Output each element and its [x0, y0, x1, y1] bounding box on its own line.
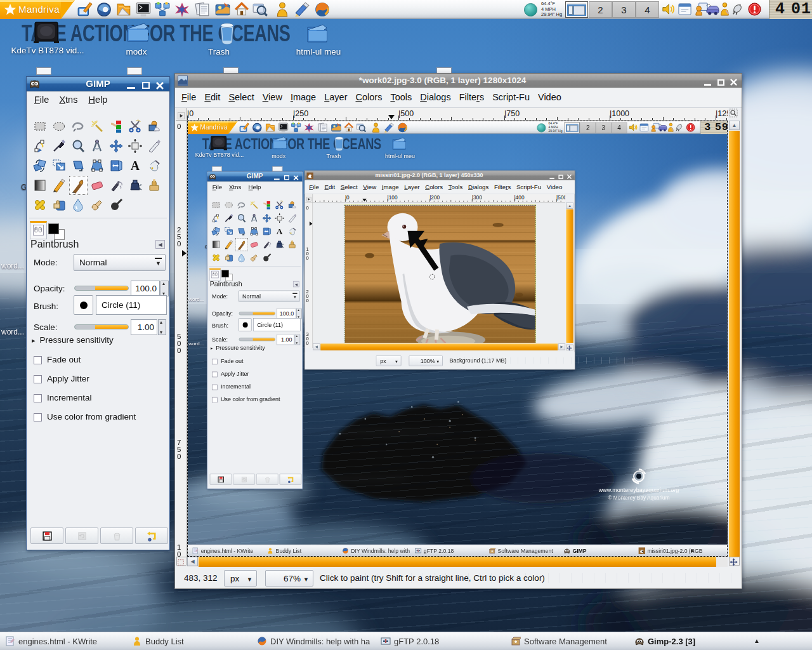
svg-text:A: A [277, 227, 283, 236]
svg-text:A: A [131, 159, 140, 173]
